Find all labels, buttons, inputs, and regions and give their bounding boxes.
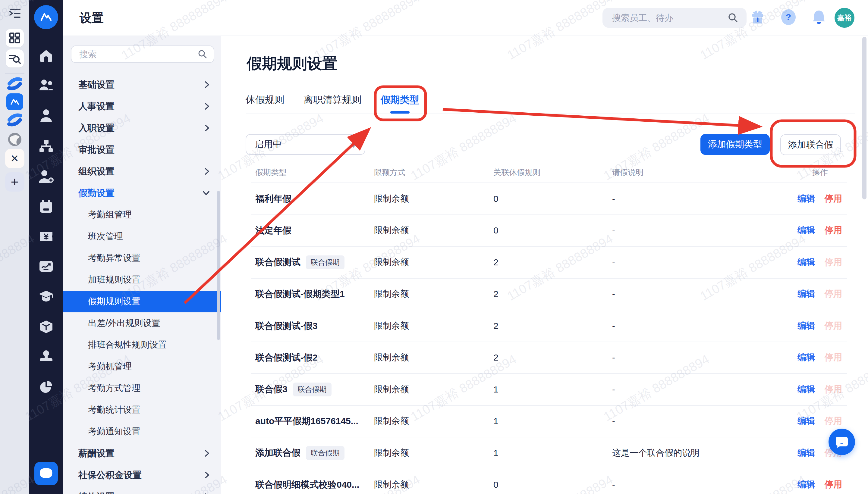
sidebar-menu-item[interactable]: 排班合规性规则设置 [63, 334, 221, 356]
pie-chart-icon[interactable] [39, 380, 53, 394]
edit-link[interactable]: 编辑 [797, 224, 815, 236]
edit-link[interactable]: 编辑 [797, 256, 815, 268]
edit-link[interactable]: 编辑 [797, 415, 815, 427]
disable-link[interactable]: 停用 [825, 383, 842, 396]
moka-app-icon[interactable] [6, 93, 23, 110]
sidebar-menu-item[interactable]: 考勤机管理 [63, 356, 221, 377]
settings-sidebar: 基础设置 人事设置 入职设置 审批设置 组织设置 假勤设置 考勤组管理 班次管理… [63, 36, 221, 494]
status-filter-dropdown[interactable]: 启用中 [246, 134, 365, 155]
confluence-icon[interactable] [7, 113, 22, 127]
close-icon[interactable]: ✕ [5, 149, 24, 168]
bell-icon[interactable] [812, 10, 826, 26]
assistant-button[interactable] [34, 462, 58, 485]
quota-mode: 限制余额 [374, 415, 409, 427]
sidebar-search-input[interactable] [79, 49, 198, 60]
disable-link[interactable]: 停用 [825, 320, 842, 332]
disable-link[interactable]: 停用 [825, 193, 842, 205]
chevron-right-icon [204, 168, 210, 175]
chevron-right-icon [204, 81, 210, 89]
svg-text:?: ? [786, 12, 791, 22]
edit-link[interactable]: 编辑 [797, 320, 815, 332]
sidebar-menu-item[interactable]: 入职设置 [63, 117, 221, 139]
sidebar-menu-item[interactable]: 假勤设置 [63, 182, 221, 204]
linked-rules-count: 0 [493, 194, 498, 204]
chevron-right-icon [204, 450, 210, 457]
global-search-input[interactable] [611, 13, 728, 23]
edit-link[interactable]: 编辑 [797, 383, 815, 396]
rail-divider [5, 73, 24, 74]
sidebar-menu-item[interactable]: 考勤通知设置 [63, 421, 221, 442]
sidebar-menu-item[interactable]: 基础设置 [63, 74, 221, 95]
edit-link[interactable]: 编辑 [797, 193, 815, 205]
sidebar-menu-item[interactable]: 人事设置 [63, 95, 221, 117]
sidebar-menu-item[interactable]: 绩效设置 [63, 486, 221, 494]
disable-link[interactable]: 停用 [825, 224, 842, 236]
sidebar-menu-item[interactable]: 社保公积金设置 [63, 464, 221, 486]
sidebar-menu-item[interactable]: 考勤统计设置 [63, 399, 221, 421]
sidebar-menu-item[interactable]: 假期规则设置 [63, 291, 221, 312]
disable-link[interactable]: 停用 [825, 352, 842, 364]
avatar[interactable]: 嘉裕 [834, 8, 854, 28]
stamp-icon[interactable] [39, 350, 53, 364]
confluence-icon[interactable] [7, 77, 22, 91]
edit-link[interactable]: 编辑 [797, 288, 815, 300]
leave-description: - [612, 353, 615, 363]
menu-label: 基础设置 [78, 79, 114, 91]
page-scrollbar[interactable] [862, 37, 867, 200]
sidebar-scrollbar[interactable] [217, 191, 220, 340]
disable-link[interactable]: 停用 [825, 288, 842, 300]
sidebar-search[interactable] [71, 45, 214, 63]
sidebar-menu-item[interactable]: 班次管理 [63, 226, 221, 247]
performance-chart-icon[interactable] [39, 260, 54, 273]
globe-icon[interactable] [8, 133, 22, 146]
tab-休假规则[interactable]: 休假规则 [246, 93, 284, 107]
leave-description: - [612, 257, 615, 267]
collapse-sidebar-icon[interactable] [8, 7, 22, 20]
table-row: auto平平假期16576145... 限制余额 1 - 编辑 停用 [251, 406, 847, 438]
sidebar-menu-item[interactable]: 加班规则设置 [63, 269, 221, 291]
sidebar-menu-item[interactable]: 考勤异常设置 [63, 247, 221, 269]
leave-type-name: 联合假测试-假3 [255, 320, 318, 332]
sidebar-menu-item[interactable]: 薪酬设置 [63, 442, 221, 464]
quota-mode: 限制余额 [374, 447, 409, 459]
sidebar-menu-item[interactable]: 出差/外出规则设置 [63, 312, 221, 334]
edit-link[interactable]: 编辑 [797, 352, 815, 364]
disable-link[interactable]: 停用 [825, 415, 842, 427]
leave-description: - [612, 321, 615, 331]
salary-ticket-icon[interactable] [39, 229, 54, 243]
table-row: 联合假测试-假3 限制余额 2 - 编辑 停用 [251, 310, 847, 342]
joint-leave-badge: 联合假期 [306, 255, 345, 269]
sidebar-menu-item[interactable]: 考勤方式管理 [63, 377, 221, 399]
users-icon[interactable] [38, 78, 54, 92]
add-joint-leave-button[interactable]: 添加联合假 [780, 134, 841, 155]
learning-cap-icon[interactable] [38, 289, 54, 303]
package-icon[interactable] [39, 320, 54, 334]
home-icon[interactable] [39, 49, 53, 63]
org-chart-icon[interactable] [39, 139, 54, 153]
tab-假期类型[interactable]: 假期类型 [381, 93, 419, 107]
edit-link[interactable]: 编辑 [797, 479, 815, 491]
menu-label: 社保公积金设置 [78, 469, 142, 481]
gift-icon[interactable] [751, 10, 765, 26]
person-add-icon[interactable] [38, 170, 54, 184]
chat-assistant-fab[interactable] [829, 429, 855, 455]
plus-icon[interactable]: + [5, 172, 24, 192]
chat-bubble-icon [835, 436, 849, 448]
disable-link[interactable]: 停用 [825, 256, 842, 268]
app-grid-icon[interactable] [6, 29, 24, 47]
add-leave-type-button[interactable]: 添加假期类型 [700, 134, 770, 155]
moka-logo[interactable] [34, 5, 58, 29]
disable-link[interactable]: 停用 [825, 479, 842, 491]
person-icon[interactable] [39, 109, 53, 122]
tab-离职清算规则[interactable]: 离职清算规则 [303, 93, 362, 107]
list-search-icon[interactable] [6, 50, 24, 68]
sidebar-menu-item[interactable]: 组织设置 [63, 160, 221, 182]
quota-mode: 限制余额 [374, 256, 409, 268]
edit-link[interactable]: 编辑 [797, 447, 815, 459]
sidebar-menu-item[interactable]: 考勤组管理 [63, 204, 221, 226]
sidebar-menu-item[interactable]: 审批设置 [63, 139, 221, 160]
global-search[interactable] [603, 8, 746, 28]
table-row: 联合假明细模式校验040... 限制余额 0 - 编辑 停用 [251, 469, 847, 494]
help-icon[interactable]: ? [781, 10, 796, 26]
calendar-icon[interactable] [39, 200, 53, 213]
